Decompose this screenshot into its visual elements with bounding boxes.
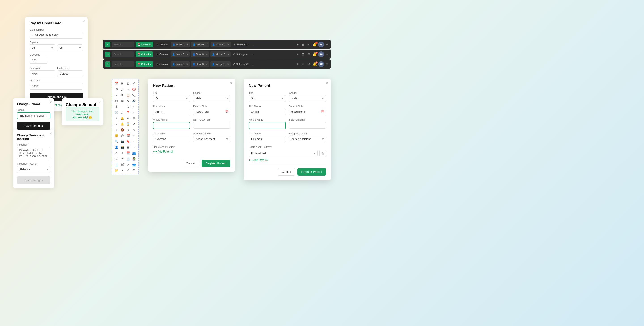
np2-register-button[interactable]: Register Patient xyxy=(298,168,326,175)
toolbar-expand-icon[interactable]: ⤢ xyxy=(126,162,130,167)
nav-tab-comms-1[interactable]: 📱 Comms xyxy=(154,42,170,47)
np2-gender-select[interactable]: Male xyxy=(289,95,326,102)
toolbar-chevron-right2-icon[interactable]: › xyxy=(132,145,136,150)
nav-search-3[interactable] xyxy=(112,61,134,67)
nav-tag-james-2[interactable]: 👤 James C. ✕ xyxy=(170,51,190,57)
save-treatment-button[interactable]: Save changes xyxy=(17,176,50,184)
toolbar-cal4-icon[interactable]: 📅 xyxy=(126,151,130,156)
np2-doctor-select[interactable]: Adrian Assistant xyxy=(289,136,326,143)
toolbar-x-icon[interactable]: ✕ xyxy=(120,168,125,173)
toolbar-refresh-icon[interactable]: ↻ xyxy=(126,98,130,103)
nav-notif-2[interactable]: 🔔 8 xyxy=(312,52,317,56)
nav-tag-james-3[interactable]: 👤 James C. ✕ xyxy=(170,61,190,67)
toolbar-dots-icon[interactable]: ••• xyxy=(126,87,130,92)
new-patient-1-close[interactable]: ✕ xyxy=(230,81,232,85)
nav-tag-steve-1[interactable]: 👤 Steve G. ✕ xyxy=(191,41,210,47)
toolbar-external-icon[interactable]: ↗ xyxy=(132,122,136,126)
toolbar-cal2-icon[interactable]: 🗓 xyxy=(114,104,119,109)
toolbar-smiley-icon[interactable]: 😊 xyxy=(114,133,119,138)
nav-notif-3[interactable]: 🔔 8 xyxy=(312,62,317,66)
nav-tab-calendar-3[interactable]: 📅 Calendar xyxy=(136,61,153,67)
np1-register-button[interactable]: Register Patient xyxy=(202,160,230,167)
toolbar-check-circle-icon[interactable]: ✓ xyxy=(114,92,119,97)
toolbar-user-icon[interactable]: 👤 xyxy=(114,145,119,150)
toolbar-doc-icon[interactable]: 📃 xyxy=(114,162,119,167)
treatment-textarea[interactable]: Migrated Tx-Full Band-Gold Tx for Ms. Yo… xyxy=(17,147,50,159)
card-number-input[interactable] xyxy=(30,32,83,39)
np1-firstname-input[interactable] xyxy=(153,109,190,115)
nav-tag-steve-2[interactable]: 👤 Steve G. ✕ xyxy=(191,51,209,57)
nav-tab-settings-1[interactable]: ⚙ Settings ✕ xyxy=(232,42,249,47)
nav-tag-steve-3[interactable]: 👤 Steve G. ✕ xyxy=(191,61,209,67)
np1-middlename-input[interactable] xyxy=(153,122,190,129)
toolbar-edit-icon[interactable]: ✎ xyxy=(132,127,136,132)
toolbar-plus-icon[interactable]: + xyxy=(114,116,119,121)
toolbar-table-icon[interactable]: ▤ xyxy=(114,98,119,103)
school-input[interactable] xyxy=(17,112,50,119)
nav-add-2[interactable]: + xyxy=(296,52,300,56)
toolbar-arrow-right-icon[interactable]: → xyxy=(120,104,125,109)
toolbar-no-bell-icon[interactable]: 🔕 xyxy=(120,127,125,132)
np2-cancel-button[interactable]: Cancel xyxy=(278,168,295,175)
nav-search-2[interactable] xyxy=(112,51,134,57)
np1-cancel-button[interactable]: Cancel xyxy=(182,160,199,167)
nav-tab-comms-3[interactable]: 📱 Comms xyxy=(154,62,169,66)
np2-add-referral-button[interactable]: + + Add Referral xyxy=(249,159,326,162)
toolbar-eye2-icon[interactable]: 👁 xyxy=(120,156,125,161)
nav-mail-3[interactable]: ✉ xyxy=(306,62,311,66)
treatment-location-select[interactable]: Alabasta xyxy=(17,166,50,173)
np2-title-select[interactable]: Sr. xyxy=(249,95,286,102)
nav-grid-3[interactable]: ⊞ xyxy=(301,62,305,66)
np2-ssn-input[interactable] xyxy=(289,122,326,129)
toolbar-grid-icon[interactable]: ⊞ xyxy=(120,81,125,86)
toolbar-checkmark-icon[interactable]: ✓ xyxy=(114,122,119,126)
toolbar-hide-icon[interactable]: ◎ xyxy=(120,98,125,103)
np2-firstname-input[interactable] xyxy=(249,109,286,115)
toolbar-chevron-left2-icon[interactable]: ‹ xyxy=(132,139,136,144)
np1-add-referral-button[interactable]: + + Add Referral xyxy=(153,150,230,153)
nav-chevron-1[interactable]: ▾ xyxy=(325,42,329,47)
nav-search-1[interactable] xyxy=(112,41,134,47)
toolbar-triangle-icon[interactable]: △ xyxy=(120,110,125,115)
toolbar-group2-icon[interactable]: 👫 xyxy=(132,156,136,161)
np1-dob-input[interactable] xyxy=(193,109,230,115)
nav-tab-more-2[interactable]: ... xyxy=(250,52,255,56)
save-school-button[interactable]: Save changes xyxy=(17,122,50,130)
np1-lastname-input[interactable] xyxy=(153,136,190,143)
nav-mail-1[interactable]: ✉ xyxy=(306,42,311,47)
toolbar-chevron-down-icon[interactable]: ↓ xyxy=(114,127,119,132)
expires-month-select[interactable]: 04 010203 xyxy=(30,44,56,51)
toolbar-info-icon[interactable]: ℹ xyxy=(126,127,130,132)
np2-referral-select[interactable]: Professional OnlineFriend xyxy=(249,150,318,157)
toolbar-bell-icon[interactable]: 🔔 xyxy=(120,116,125,121)
toolbar-return-icon[interactable]: ↩ xyxy=(126,116,130,121)
nav-avatar-2[interactable]: AC xyxy=(318,51,324,57)
nav-tag-michael-3[interactable]: 👤 Michael C. ✕ xyxy=(210,61,230,67)
nav-add-3[interactable]: + xyxy=(296,62,300,66)
new-patient-2-close[interactable]: ✕ xyxy=(326,81,328,85)
toolbar-chat2-icon[interactable]: 💬 xyxy=(120,162,125,167)
toolbar-cal3-icon[interactable]: 📆 xyxy=(126,133,130,138)
nav-tab-settings-2[interactable]: ⚙ Settings ✕ xyxy=(232,52,249,56)
toolbar-sound-icon[interactable]: 🔊 xyxy=(132,98,136,103)
toolbar-calendar-icon[interactable]: 📅 xyxy=(114,81,119,86)
nav-add-1[interactable]: + xyxy=(296,42,300,47)
toolbar-cam2-icon[interactable]: 📸 xyxy=(120,145,125,150)
nav-avatar-3[interactable]: AC xyxy=(318,61,324,67)
np2-delete-referral-button[interactable]: 🗑 xyxy=(319,150,326,157)
toolbar-cycle-icon[interactable]: ↺ xyxy=(126,168,130,173)
toolbar-copy-icon[interactable]: ⧉ xyxy=(114,87,119,92)
toolbar-hourglass-icon[interactable]: ⌛ xyxy=(126,122,130,126)
toolbar-folder-icon[interactable]: 📁 xyxy=(114,168,119,173)
change-school-close[interactable]: ✕ xyxy=(50,101,52,104)
toolbar-bell2-icon[interactable]: 🔔 xyxy=(120,122,125,126)
first-name-input[interactable] xyxy=(30,70,56,77)
nav-tab-settings-3[interactable]: ⚙ Settings ✕ xyxy=(232,62,249,66)
toolbar-trash-icon[interactable]: 🗑 xyxy=(126,81,130,86)
toolbar-chevron-up-icon[interactable]: ↑ xyxy=(132,133,136,138)
toolbar-eye-slash-icon[interactable]: 🚫 xyxy=(132,87,136,92)
np1-doctor-select[interactable]: Adrian Assistant xyxy=(193,136,230,143)
nav-mail-2[interactable]: ✉ xyxy=(306,52,311,56)
np1-title-select[interactable]: Sr. Mr.Mrs.Ms. xyxy=(153,95,190,102)
toolbar-box-icon[interactable]: ▣ xyxy=(126,145,130,150)
